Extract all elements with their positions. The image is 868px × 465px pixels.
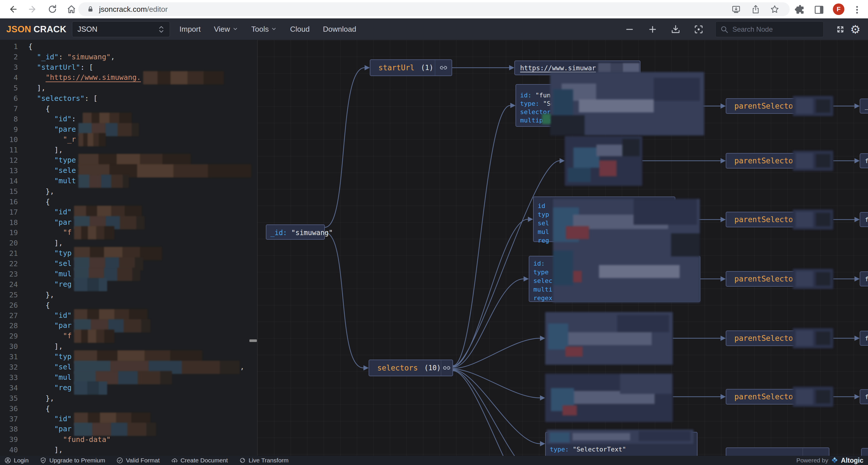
editor-line[interactable]: 7 { bbox=[0, 104, 257, 114]
browser-menu-icon[interactable] bbox=[852, 5, 861, 14]
status-create-document[interactable]: Create Document bbox=[172, 457, 228, 464]
fullscreen-icon[interactable] bbox=[835, 24, 845, 35]
status-login[interactable]: Login bbox=[5, 457, 29, 464]
code-token: "sel bbox=[54, 363, 71, 371]
node-cut-7[interactable] bbox=[861, 448, 868, 456]
zoom-in-icon[interactable] bbox=[647, 24, 658, 35]
line-number: 12 bbox=[0, 156, 18, 165]
editor-line[interactable]: 40 ], bbox=[0, 445, 257, 455]
blur-redaction bbox=[793, 328, 833, 348]
link-icon[interactable] bbox=[435, 60, 452, 76]
node-cut-1[interactable]: _ bbox=[860, 98, 868, 114]
share-icon[interactable] bbox=[751, 5, 760, 14]
editor-line[interactable]: 13 "sele bbox=[0, 166, 257, 176]
code-token: , bbox=[111, 53, 115, 61]
code-token: "mul bbox=[54, 270, 71, 278]
code-token bbox=[28, 321, 54, 329]
editor-line[interactable]: 39 "fund-data" bbox=[0, 434, 257, 445]
code-token bbox=[28, 73, 45, 82]
code-token: : bbox=[58, 53, 67, 61]
status-live-transform[interactable]: Live Transform bbox=[239, 457, 288, 464]
editor-line[interactable]: 16 { bbox=[0, 197, 257, 207]
search-node-box[interactable] bbox=[715, 21, 824, 37]
line-number: 19 bbox=[0, 229, 18, 237]
status-valid-format[interactable]: Valid Format bbox=[117, 457, 159, 464]
blur-patch bbox=[816, 272, 830, 286]
editor-line[interactable]: 15 }, bbox=[0, 186, 257, 197]
link-icon[interactable] bbox=[441, 360, 453, 376]
reload-icon[interactable] bbox=[47, 4, 58, 14]
profile-avatar[interactable]: F bbox=[833, 3, 844, 15]
node-cut-3[interactable]: f bbox=[860, 212, 868, 227]
blur-patch bbox=[572, 433, 630, 440]
editor-line[interactable]: 8 "id": bbox=[0, 114, 257, 124]
install-icon[interactable] bbox=[732, 5, 741, 14]
graph-canvas[interactable]: _id: "simuwang"startUrl(1)https://www.si… bbox=[257, 40, 868, 456]
format-select[interactable]: JSON bbox=[72, 21, 170, 37]
blur-redaction bbox=[565, 136, 642, 186]
json-editor-panel[interactable]: 1{2 "_id": "simuwang",3 "startUrl": [4 "… bbox=[0, 40, 257, 456]
zoom-out-icon[interactable] bbox=[624, 24, 635, 35]
code-token bbox=[28, 94, 37, 103]
code-token: ], bbox=[28, 84, 45, 92]
editor-line[interactable]: 36 { bbox=[0, 403, 257, 414]
line-number: 9 bbox=[0, 125, 18, 134]
editor-line[interactable]: 35 }, bbox=[0, 393, 257, 403]
node-root-id[interactable]: _id: "simuwang" bbox=[266, 225, 325, 240]
menu-view[interactable]: View bbox=[207, 25, 245, 34]
side-panel-icon[interactable] bbox=[814, 5, 823, 14]
settings-gear-icon[interactable]: ⚙ bbox=[850, 24, 861, 35]
blur-patch bbox=[816, 331, 830, 345]
editor-line[interactable]: 1{ bbox=[0, 41, 257, 52]
menu-import[interactable]: Import bbox=[173, 25, 207, 34]
menu-cloud[interactable]: Cloud bbox=[283, 25, 316, 34]
node-cut-2[interactable]: f bbox=[860, 153, 868, 168]
node-cut-6[interactable]: f bbox=[860, 389, 868, 404]
editor-line[interactable]: 18 "par bbox=[0, 217, 257, 228]
edge-arrowhead bbox=[560, 158, 565, 163]
center-view-icon[interactable] bbox=[693, 24, 704, 35]
node-selectors[interactable]: selectors(10) bbox=[369, 359, 453, 376]
node-startUrl[interactable]: startUrl(1) bbox=[370, 59, 452, 76]
node-key-label: parentSelectors bbox=[734, 393, 802, 401]
line-number: 30 bbox=[0, 342, 18, 351]
bookmark-star-icon[interactable] bbox=[770, 5, 779, 14]
editor-line[interactable]: 25 }, bbox=[0, 290, 257, 300]
blur-patch bbox=[620, 374, 672, 394]
code-token: "sel bbox=[54, 259, 71, 268]
node-cut-4[interactable]: f bbox=[860, 271, 868, 286]
editor-line[interactable]: 6 "selectors": [ bbox=[0, 93, 257, 104]
status-items: LoginUpgrade to PremiumValid FormatCreat… bbox=[5, 457, 288, 464]
panel-resize-handle[interactable] bbox=[249, 339, 257, 342]
editor-line[interactable]: 23 "mul bbox=[0, 269, 257, 280]
forward-icon[interactable] bbox=[28, 4, 38, 14]
editor-line[interactable]: 26 { bbox=[0, 300, 257, 310]
search-node-input[interactable] bbox=[732, 25, 813, 33]
node-cut-5[interactable]: f bbox=[860, 331, 868, 346]
editor-line[interactable]: 17 "id" bbox=[0, 207, 257, 217]
node-field: reg bbox=[538, 237, 549, 244]
editor-line[interactable]: 9 "pare bbox=[0, 124, 257, 135]
address-bar[interactable]: jsoncrack.com/editor bbox=[78, 2, 790, 16]
editor-line[interactable]: 28 "par bbox=[0, 321, 257, 331]
code-token: "id" bbox=[54, 208, 71, 216]
node-parentSelectors-7[interactable] bbox=[726, 447, 829, 456]
status-upgrade-to-premium[interactable]: Upgrade to Premium bbox=[40, 457, 105, 464]
editor-line[interactable]: 4 "https://www.simuwang. bbox=[0, 72, 257, 83]
blur-patch bbox=[579, 99, 654, 112]
extensions-icon[interactable] bbox=[795, 5, 804, 14]
home-icon[interactable] bbox=[66, 4, 76, 14]
editor-line[interactable]: 2 "_id": "simuwang", bbox=[0, 52, 257, 62]
editor-line[interactable]: 29 "f bbox=[0, 331, 257, 341]
blur-patch bbox=[553, 251, 573, 285]
menu-download[interactable]: Download bbox=[316, 25, 363, 34]
graph-edge bbox=[325, 233, 364, 368]
menu-tools[interactable]: Tools bbox=[245, 25, 284, 34]
editor-line[interactable]: 38 "par bbox=[0, 424, 257, 434]
jsoncrack-logo[interactable]: JSONCRACK bbox=[6, 19, 66, 40]
line-number: 28 bbox=[0, 322, 18, 330]
powered-by[interactable]: Powered by Altogic bbox=[796, 457, 863, 464]
back-icon[interactable] bbox=[7, 4, 18, 14]
toolbar-right: ⚙ bbox=[618, 19, 868, 40]
download-image-icon[interactable] bbox=[671, 24, 681, 35]
